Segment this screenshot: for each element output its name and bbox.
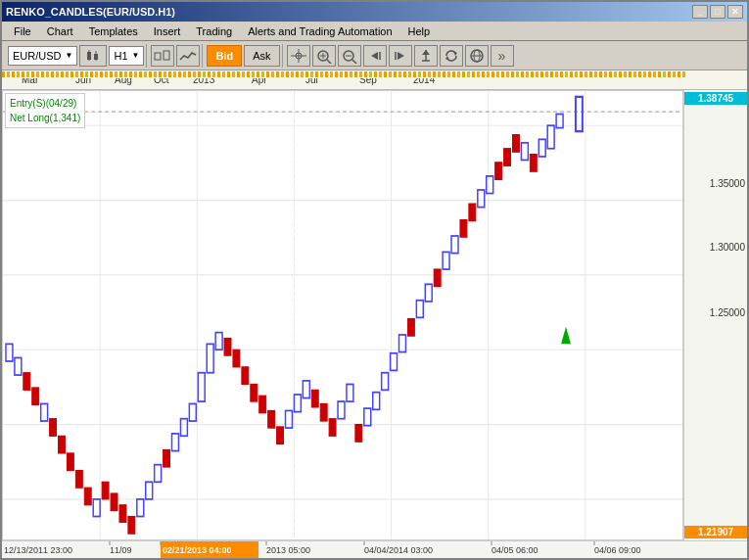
svg-rect-213 — [189, 403, 196, 421]
svg-rect-65 — [129, 71, 132, 77]
chart-type-button[interactable] — [79, 45, 107, 67]
svg-rect-151 — [550, 71, 553, 77]
svg-rect-51 — [61, 71, 64, 77]
title-bar: RENKO_CANDLES(EUR/USD.H1) _ □ ✕ — [2, 2, 747, 22]
svg-rect-258 — [2, 541, 687, 559]
menu-alerts[interactable]: Alerts and Trading Automation — [240, 23, 399, 39]
svg-rect-243 — [451, 236, 458, 254]
svg-rect-58 — [95, 71, 98, 77]
svg-rect-178 — [682, 71, 685, 77]
svg-rect-192 — [6, 344, 13, 361]
menu-help[interactable]: Help — [400, 23, 439, 39]
chart-area[interactable]: Entry(S)(04/29) Net Long(1,341) — [2, 90, 683, 540]
svg-rect-119 — [394, 71, 397, 77]
svg-rect-206 — [128, 517, 135, 535]
zoom-in-icon — [315, 48, 333, 64]
svg-rect-96 — [281, 71, 284, 77]
svg-rect-221 — [259, 396, 266, 413]
bid-button[interactable]: Bid — [207, 45, 242, 67]
svg-rect-124 — [418, 71, 421, 77]
svg-rect-86 — [232, 71, 235, 77]
scroll-left-icon — [366, 48, 384, 64]
svg-rect-106 — [330, 71, 333, 77]
svg-rect-40 — [7, 71, 10, 77]
svg-rect-249 — [504, 149, 511, 166]
minimize-button[interactable]: _ — [692, 5, 708, 19]
zoom-out-icon — [341, 48, 358, 64]
svg-rect-123 — [413, 71, 416, 77]
settings-button[interactable] — [465, 45, 489, 67]
svg-rect-129 — [443, 71, 445, 77]
zoom-in-button[interactable] — [312, 45, 336, 67]
svg-rect-97 — [286, 71, 289, 77]
candle-chart-icon — [84, 48, 102, 64]
scroll-right-icon — [392, 48, 409, 64]
period-selector[interactable]: H1 ▼ — [109, 46, 144, 66]
svg-rect-72 — [164, 71, 166, 77]
svg-rect-228 — [320, 403, 327, 421]
svg-rect-45 — [31, 71, 34, 77]
svg-rect-94 — [271, 71, 274, 77]
svg-rect-50 — [56, 71, 59, 77]
scroll-right-button[interactable] — [389, 45, 412, 67]
menu-trading[interactable]: Trading — [188, 23, 240, 39]
menu-templates[interactable]: Templates — [81, 23, 146, 39]
svg-rect-127 — [433, 71, 436, 77]
svg-rect-136 — [477, 71, 480, 77]
menu-file[interactable]: File — [6, 23, 39, 39]
svg-marker-16 — [371, 52, 378, 60]
svg-rect-110 — [350, 71, 352, 77]
svg-rect-148 — [536, 71, 538, 77]
svg-rect-146 — [526, 71, 529, 77]
scroll-left-button[interactable] — [363, 45, 387, 67]
svg-rect-233 — [364, 408, 371, 426]
svg-rect-41 — [12, 71, 15, 77]
svg-rect-197 — [50, 419, 57, 437]
ask-button[interactable]: Ask — [244, 45, 279, 67]
svg-text:04/06 09:00: 04/06 09:00 — [594, 545, 641, 555]
time-axis-bar: 12/13/2011 23:00 11/09 02/21/2013 04:00 … — [2, 540, 747, 558]
svg-rect-89 — [247, 71, 250, 77]
crosshair-icon — [290, 48, 307, 64]
symbol-selector[interactable]: EUR/USD ▼ — [8, 46, 77, 66]
svg-rect-112 — [359, 71, 362, 77]
svg-rect-103 — [315, 71, 318, 77]
svg-rect-48 — [46, 71, 49, 77]
maximize-button[interactable]: □ — [710, 5, 726, 19]
crosshair-button[interactable] — [287, 45, 310, 67]
svg-rect-69 — [149, 71, 152, 77]
view-group — [149, 44, 203, 68]
svg-rect-173 — [658, 71, 661, 77]
symbol-arrow-icon: ▼ — [66, 51, 73, 60]
menu-insert[interactable]: Insert — [146, 23, 189, 39]
close-button[interactable]: ✕ — [727, 5, 743, 19]
svg-rect-142 — [506, 71, 509, 77]
svg-rect-244 — [460, 220, 467, 238]
svg-rect-158 — [585, 71, 587, 77]
menu-chart[interactable]: Chart — [39, 23, 81, 39]
svg-rect-254 — [547, 125, 554, 148]
zoom-out-button[interactable] — [338, 45, 361, 67]
refresh-button[interactable] — [440, 45, 463, 67]
svg-rect-242 — [443, 252, 449, 269]
svg-rect-53 — [70, 71, 73, 77]
line-chart-button[interactable] — [176, 45, 200, 67]
svg-rect-116 — [379, 71, 382, 77]
svg-rect-253 — [538, 139, 545, 157]
svg-rect-150 — [545, 71, 548, 77]
bid-ask-group: Bid Ask — [205, 44, 282, 68]
more-button[interactable]: » — [491, 45, 514, 67]
svg-rect-137 — [482, 71, 485, 77]
globe-icon — [468, 48, 486, 64]
chart-svg — [3, 91, 682, 539]
svg-rect-66 — [134, 71, 137, 77]
arrow-tool-button[interactable] — [414, 45, 438, 67]
svg-rect-223 — [277, 427, 284, 444]
svg-rect-5 — [164, 51, 169, 60]
svg-rect-113 — [364, 71, 367, 77]
chart-view-button[interactable] — [151, 45, 174, 67]
svg-rect-98 — [291, 71, 294, 77]
svg-rect-204 — [111, 493, 117, 511]
svg-rect-131 — [452, 71, 455, 77]
svg-rect-220 — [251, 384, 257, 401]
